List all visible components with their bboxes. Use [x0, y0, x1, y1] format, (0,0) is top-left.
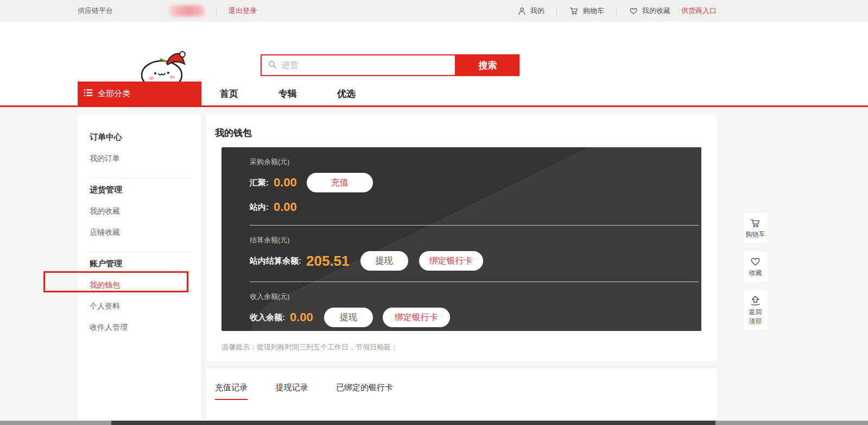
- search-input-box: [261, 54, 456, 76]
- navbar: 全部分类 首页 专辑 优选: [0, 82, 868, 105]
- income-bind-card-button[interactable]: 绑定银行卡: [383, 308, 450, 327]
- logout-link[interactable]: 退出登录: [229, 6, 257, 16]
- topbar-divider: [616, 7, 617, 15]
- arrow-up-icon: [743, 295, 768, 307]
- huiju-balance-label: 汇聚:: [250, 178, 269, 188]
- user-icon: [517, 7, 527, 16]
- tab-bound-bank-cards[interactable]: 已绑定的银行卡: [336, 383, 393, 399]
- float-favorite-button[interactable]: 收藏: [743, 251, 768, 283]
- search-icon: [267, 59, 277, 72]
- search-button[interactable]: 搜索: [456, 54, 519, 76]
- username-redacted: [169, 5, 204, 16]
- balance-card: 采购余额(元) 汇聚: 0.00 充值 站内: 0.00 结算余额(元) 站内结…: [221, 147, 701, 331]
- income-balance-label: 收入余额:: [250, 312, 285, 323]
- cart-icon: [743, 217, 768, 229]
- tab-withdraw-records[interactable]: 提现记录: [275, 383, 308, 399]
- platform-label: 供应链平台: [78, 6, 113, 16]
- horizontal-scrollbar-thumb[interactable]: [111, 421, 715, 425]
- withdraw-tip: 温馨提示：提现到账时间三到五个工作日，节假日顺延；: [221, 342, 717, 352]
- card-divider: [250, 225, 699, 226]
- recharge-button[interactable]: 充值: [307, 173, 373, 192]
- cart-icon: [569, 6, 579, 16]
- sidebar: 订单中心 我的订单 进货管理 我的收藏 店铺收藏 账户管理 我的钱包 个人资料 …: [78, 115, 201, 420]
- nav-item-albums[interactable]: 专辑: [278, 88, 297, 100]
- income-withdraw-button[interactable]: 提现: [324, 308, 373, 327]
- sidebar-item-my-favorites[interactable]: 我的收藏: [90, 207, 201, 216]
- wallet-panel: 我的钱包 采购余额(元) 汇聚: 0.00 充值 站内: 0.00 结算余额(元…: [206, 115, 717, 361]
- float-favorite-label: 收藏: [749, 269, 762, 277]
- zhannei-balance-value: 0.00: [274, 200, 297, 214]
- favorites-link[interactable]: 我的收藏: [629, 6, 670, 16]
- sidebar-item-recipient-management[interactable]: 收件人管理: [90, 323, 201, 333]
- heart-icon: [629, 7, 638, 16]
- settlement-balance-value: 205.51: [306, 253, 350, 270]
- sidebar-item-my-orders[interactable]: 我的订单: [90, 154, 201, 164]
- sidebar-item-profile[interactable]: 个人资料: [90, 302, 201, 311]
- search-bar: 搜索: [261, 54, 519, 76]
- income-balance-value: 0.00: [290, 310, 313, 324]
- income-balance-section-label: 收入余额(元): [250, 292, 701, 302]
- page-title: 我的钱包: [206, 115, 717, 139]
- sidebar-divider: [90, 178, 191, 178]
- records-panel: 充值记录 提现记录 已绑定的银行卡: [206, 368, 717, 420]
- sidebar-divider: [90, 252, 191, 252]
- float-cart-button[interactable]: 购物车: [743, 212, 768, 244]
- sidebar-item-shop-favorites[interactable]: 店铺收藏: [90, 228, 201, 238]
- horizontal-scrollbar: [0, 421, 868, 425]
- page: 供应链平台 退出登录 我的 购物车 我的收藏: [0, 0, 868, 425]
- settlement-withdraw-button[interactable]: 提现: [360, 251, 408, 271]
- settlement-bind-card-button[interactable]: 绑定银行卡: [419, 251, 483, 271]
- topbar-divider: [556, 7, 557, 15]
- sidebar-group-purchase-management: 进货管理: [90, 185, 201, 195]
- back-to-top-button[interactable]: 返回 顶部: [743, 289, 768, 331]
- search-input[interactable]: [281, 60, 455, 70]
- back-to-top-label-line1: 返回: [749, 308, 762, 316]
- sidebar-group-account-management: 账户管理: [90, 259, 201, 269]
- category-list-icon: [84, 89, 93, 98]
- settlement-balance-section-label: 结算余额(元): [250, 235, 701, 245]
- card-divider: [250, 282, 699, 282]
- topbar: 供应链平台 退出登录 我的 购物车 我的收藏: [0, 0, 868, 22]
- my-account-label: 我的: [530, 6, 544, 16]
- settlement-balance-label: 站内结算余额:: [250, 256, 301, 266]
- zhannei-balance-label: 站内:: [250, 202, 269, 212]
- back-to-top-label-line2: 顶部: [749, 317, 762, 325]
- purchase-balance-section-label: 采购余额(元): [250, 157, 701, 167]
- heart-icon: [743, 256, 768, 267]
- nav-item-premium[interactable]: 优选: [337, 88, 356, 100]
- float-cart-label: 购物车: [746, 230, 765, 238]
- float-toolbar: 购物车 收藏 返回 顶部: [743, 212, 768, 338]
- nav-item-home[interactable]: 首页: [220, 88, 238, 100]
- tab-recharge-records[interactable]: 充值记录: [215, 383, 248, 400]
- all-categories-button[interactable]: 全部分类: [78, 82, 201, 105]
- header: 搜索 热门搜索: 手机 123 汽车 电脑: [0, 22, 868, 82]
- cart-label: 购物车: [583, 6, 604, 16]
- favorites-label: 我的收藏: [642, 6, 670, 16]
- my-account-link[interactable]: 我的: [517, 6, 544, 16]
- cart-link[interactable]: 购物车: [569, 6, 604, 16]
- sidebar-group-order-center: 订单中心: [90, 132, 201, 142]
- topbar-divider: [216, 7, 217, 15]
- all-categories-label: 全部分类: [98, 89, 130, 99]
- huiju-balance-value: 0.00: [274, 176, 297, 190]
- supplier-entry-link[interactable]: 供货商入口: [681, 6, 717, 16]
- highlight-box: [43, 271, 188, 292]
